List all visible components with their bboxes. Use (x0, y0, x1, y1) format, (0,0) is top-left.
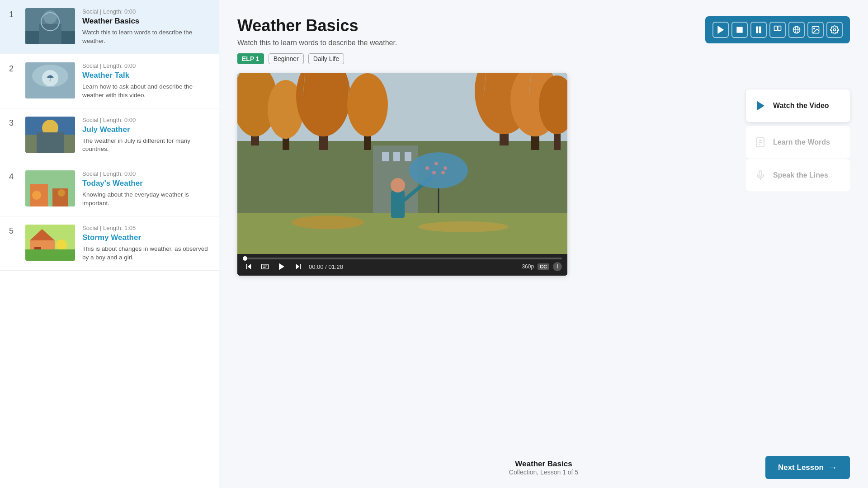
svg-point-60 (391, 178, 405, 192)
svg-point-16 (32, 191, 41, 200)
toolbar-pause-btn[interactable] (750, 22, 767, 38)
svg-marker-24 (718, 27, 723, 33)
toolbar-play-btn[interactable] (712, 22, 729, 38)
lesson-thumb-1 (25, 8, 75, 44)
progress-bar[interactable] (243, 258, 562, 259)
sidebar-item-2[interactable]: 2 ☂ Social | Length: 0:00 Weather Talk L… (0, 54, 219, 108)
lesson-title-4: Today's Weather (82, 179, 210, 188)
lesson-thumb-5 (25, 225, 75, 261)
tag-topic: Daily Life (308, 53, 344, 64)
lesson-meta-3: Social | Length: 0:00 (82, 117, 210, 123)
lesson-info-3: Social | Length: 0:00 July Weather The w… (82, 117, 210, 154)
lesson-details: Weather Basics Watch this to learn words… (237, 16, 397, 64)
lesson-desc-3: The weather in July is different for man… (82, 137, 210, 154)
svg-rect-3 (39, 24, 61, 44)
svg-marker-79 (296, 264, 300, 269)
svg-rect-27 (760, 27, 761, 33)
speak-lines-label: Speak the Lines (773, 171, 828, 179)
lesson-number-5: 5 (9, 226, 18, 236)
learn-words-icon (753, 135, 768, 150)
lesson-subtitle: Watch this to learn words to describe th… (237, 39, 397, 47)
tag-container: ELP 1 Beginner Daily Life (237, 53, 397, 64)
tag-level: Beginner (269, 53, 304, 64)
play-btn[interactable] (275, 261, 288, 272)
progress-thumb (243, 256, 247, 261)
toolbar-settings-btn[interactable] (826, 22, 843, 38)
svg-marker-81 (757, 102, 764, 110)
sidebar: 1 Social | Length: 0:00 Weather Basics W… (0, 0, 219, 488)
lesson-thumb-4 (25, 170, 75, 206)
toolbar-image-btn[interactable] (807, 22, 824, 38)
lesson-thumb-2: ☂ (25, 62, 75, 99)
learn-words-card[interactable]: Learn the Words (746, 126, 850, 159)
lesson-meta-2: Social | Length: 0:00 (82, 62, 210, 69)
toolbar-bookmark-btn[interactable] (769, 22, 786, 38)
subtitle-btn[interactable] (259, 262, 271, 272)
quality-badge: 360p (522, 263, 534, 270)
svg-point-35 (834, 29, 836, 31)
lesson-info-5: Social | Length: 1:05 Stormy Weather Thi… (82, 225, 210, 262)
svg-marker-78 (279, 263, 284, 270)
svg-rect-56 (382, 152, 389, 161)
watch-video-icon (753, 99, 768, 113)
svg-rect-74 (246, 264, 247, 269)
skip-back-btn[interactable] (243, 262, 255, 272)
controls-row: 00:00 / 01:28 360p CC i (243, 261, 562, 272)
video-player: 00:00 / 01:28 360p CC i (237, 73, 567, 276)
lesson-title-2: Weather Talk (82, 71, 210, 80)
main-header: Weather Basics Watch this to learn words… (237, 16, 850, 64)
svg-rect-12 (37, 132, 64, 153)
next-lesson-label: Next Lesson (778, 463, 824, 472)
watch-video-card[interactable]: Watch the Video (746, 89, 850, 122)
lesson-desc-1: Watch this to learn words to describe th… (82, 28, 210, 46)
cc-badge[interactable]: CC (538, 263, 549, 270)
lesson-meta-1: Social | Length: 0:00 (82, 8, 210, 15)
learn-words-label: Learn the Words (773, 138, 830, 146)
sidebar-item-5[interactable]: 5 Social | Length: 1:05 Stormy Weather T… (0, 216, 219, 271)
sidebar-item-4[interactable]: 4 Social | Length: 0:00 Today's Weather … (0, 162, 219, 216)
speak-lines-icon (753, 168, 768, 183)
lesson-number-3: 3 (9, 118, 18, 128)
time-display: 00:00 / 01:28 (309, 263, 343, 270)
svg-rect-58 (405, 152, 411, 161)
lesson-title-5: Stormy Weather (82, 233, 210, 242)
svg-rect-25 (737, 27, 742, 33)
info-btn[interactable]: i (553, 262, 562, 271)
lesson-desc-4: Knowing about the everyday weather is im… (82, 191, 210, 208)
svg-point-64 (425, 166, 429, 170)
toolbar-globe-btn[interactable] (788, 22, 805, 38)
svg-point-66 (443, 166, 447, 170)
time-total: 01:28 (328, 263, 343, 270)
lesson-info-bottom: Weather Basics Collection, Lesson 1 of 5 (509, 460, 578, 476)
next-lesson-button[interactable]: Next Lesson → (765, 456, 850, 479)
watch-video-label: Watch the Video (773, 102, 829, 110)
svg-point-53 (292, 216, 364, 229)
side-panel: Watch the Video Learn the Words (746, 89, 850, 192)
svg-rect-28 (774, 26, 778, 31)
tag-elp: ELP 1 (237, 53, 264, 64)
lesson-desc-2: Learn how to ask about and describe the … (82, 83, 210, 100)
sidebar-item-3[interactable]: 3 Social | Length: 0:00 July Weather The… (0, 108, 219, 163)
svg-point-68 (441, 171, 445, 174)
toolbar-stop-btn[interactable] (731, 22, 748, 38)
svg-rect-23 (25, 249, 75, 261)
svg-rect-75 (262, 264, 269, 269)
svg-rect-26 (756, 27, 758, 33)
video-thumbnail (237, 73, 567, 254)
sidebar-item-1[interactable]: 1 Social | Length: 0:00 Weather Basics W… (0, 0, 219, 54)
video-controls: 00:00 / 01:28 360p CC i (237, 254, 567, 276)
svg-point-65 (434, 162, 438, 165)
controls-left: 00:00 / 01:28 (243, 261, 343, 272)
lesson-info-2: Social | Length: 0:00 Weather Talk Learn… (82, 62, 210, 100)
svg-rect-59 (391, 191, 405, 218)
skip-forward-btn[interactable] (292, 262, 304, 272)
collection-title: Weather Basics (509, 460, 578, 469)
next-arrow-icon: → (828, 462, 837, 473)
lesson-thumb-3 (25, 117, 75, 153)
lesson-meta-4: Social | Length: 0:00 (82, 170, 210, 177)
svg-rect-80 (300, 264, 301, 269)
svg-point-54 (418, 221, 509, 232)
svg-point-45 (347, 73, 388, 136)
speak-lines-card[interactable]: Speak the Lines (746, 159, 850, 192)
svg-point-34 (814, 28, 815, 29)
